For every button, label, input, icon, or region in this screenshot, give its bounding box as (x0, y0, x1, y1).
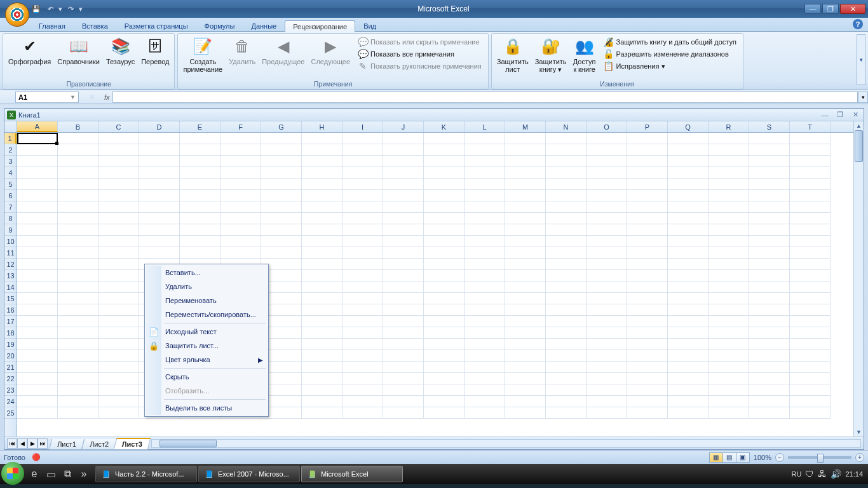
row-header-13[interactable]: 13 (4, 270, 17, 281)
row-header-19[interactable]: 19 (4, 339, 17, 350)
col-header-L[interactable]: L (465, 121, 505, 132)
research-button[interactable]: 📖Справочники (55, 35, 102, 67)
row-header-21[interactable]: 21 (4, 362, 17, 373)
row-header-9[interactable]: 9 (4, 224, 17, 236)
row-header-10[interactable]: 10 (4, 236, 17, 247)
col-header-S[interactable]: S (749, 121, 790, 132)
row-header-1[interactable]: 1 (4, 133, 17, 144)
hscroll-thumb[interactable] (159, 440, 217, 447)
col-header-I[interactable]: I (342, 121, 383, 132)
prev-comment-button[interactable]: ◀Предыдущее (259, 35, 307, 67)
cells-grid[interactable] (17, 133, 853, 419)
sheet-nav-first[interactable]: ⏮ (7, 438, 17, 449)
vertical-scrollbar[interactable]: ▲ ▼ (853, 121, 864, 437)
row-header-18[interactable]: 18 (4, 327, 17, 339)
formula-input[interactable] (112, 92, 858, 103)
save-icon[interactable]: 💾 (31, 3, 42, 15)
col-header-T[interactable]: T (790, 121, 831, 132)
row-header-7[interactable]: 7 (4, 201, 17, 213)
window-minimize-button[interactable]: — (804, 4, 821, 14)
col-header-M[interactable]: M (505, 121, 546, 132)
ql-switch-icon[interactable]: ⧉ (60, 466, 75, 482)
undo-icon[interactable]: ↶ (44, 3, 56, 15)
name-box[interactable]: A1▼ (15, 92, 79, 103)
show-all-comments-button[interactable]: 💬Показать все примечания (355, 48, 484, 60)
ql-desktop-icon[interactable]: ▭ (43, 466, 58, 482)
task-word-2[interactable]: 📘Excel 2007 - Microso... (198, 466, 300, 482)
zoom-out-button[interactable]: − (775, 453, 784, 462)
col-header-C[interactable]: C (98, 121, 139, 132)
thesaurus-button[interactable]: 📚Тезаурус (104, 35, 137, 67)
ctx-move-copy[interactable]: Переместить/скопировать... (146, 308, 267, 322)
tab-page-layout[interactable]: Разметка страницы (116, 20, 196, 31)
protect-workbook-button[interactable]: 🔐Защитить книгу ▾ (532, 35, 569, 74)
col-header-O[interactable]: O (587, 121, 627, 132)
row-header-2[interactable]: 2 (4, 144, 17, 156)
ctx-tab-color[interactable]: Цвет ярлычка▶ (146, 353, 267, 367)
sheet-nav-prev[interactable]: ◀ (17, 438, 27, 449)
col-header-J[interactable]: J (383, 121, 424, 132)
show-hide-comment-button[interactable]: 💬Показать или скрыть примечание (355, 36, 484, 48)
view-page-break-button[interactable]: ▣ (736, 452, 750, 463)
office-button[interactable] (5, 3, 29, 27)
row-header-22[interactable]: 22 (4, 373, 17, 384)
sheet-tab-1[interactable]: Лист1 (49, 439, 85, 450)
zoom-slider[interactable] (788, 456, 851, 459)
ctx-view-code[interactable]: 📄Исходный текст (146, 325, 267, 339)
col-header-R[interactable]: R (709, 121, 749, 132)
ctx-hide[interactable]: Скрыть (146, 370, 267, 384)
tray-clock[interactable]: 21:14 (845, 470, 863, 478)
row-header-25[interactable]: 25 (4, 407, 17, 419)
task-excel[interactable]: 📗Microsoft Excel (301, 466, 403, 482)
tab-review[interactable]: Рецензирование (285, 20, 355, 32)
start-button[interactable] (1, 462, 24, 485)
ribbon-collapse-button[interactable]: ▾ (857, 34, 865, 85)
tray-shield-icon[interactable]: 🛡 (805, 469, 814, 479)
window-close-button[interactable]: ✕ (840, 4, 865, 14)
col-header-D[interactable]: D (139, 121, 180, 132)
ql-chevron-icon[interactable]: » (76, 466, 92, 482)
tab-home[interactable]: Главная (31, 20, 74, 31)
row-header-6[interactable]: 6 (4, 190, 17, 201)
ctx-delete[interactable]: Удалить (146, 280, 267, 294)
col-header-K[interactable]: K (424, 121, 465, 132)
translate-button[interactable]: 🈂Перевод (139, 35, 172, 67)
sheet-tab-2[interactable]: Лист2 (81, 439, 118, 450)
row-header-15[interactable]: 15 (4, 293, 17, 304)
show-ink-button[interactable]: ✎Показать рукописные примечания (355, 60, 484, 72)
col-header-G[interactable]: G (261, 121, 302, 132)
row-header-14[interactable]: 14 (4, 281, 17, 293)
delete-comment-button[interactable]: 🗑Удалить (226, 35, 258, 67)
tray-network-icon[interactable]: 🖧 (818, 469, 827, 479)
row-header-16[interactable]: 16 (4, 304, 17, 316)
tab-insert[interactable]: Вставка (74, 20, 116, 31)
zoom-in-button[interactable]: + (855, 453, 864, 462)
col-header-N[interactable]: N (546, 121, 587, 132)
fx-icon[interactable]: fx (104, 93, 110, 101)
workbook-close-button[interactable]: ✕ (850, 111, 861, 119)
col-header-F[interactable]: F (220, 121, 261, 132)
workbook-minimize-button[interactable]: — (819, 111, 831, 119)
namebox-dropdown-icon[interactable]: ▼ (70, 94, 76, 100)
col-header-A[interactable]: A (17, 121, 58, 132)
allow-ranges-button[interactable]: 🔓Разрешить изменение диапазонов (601, 48, 739, 60)
row-header-3[interactable]: 3 (4, 156, 17, 167)
col-header-Q[interactable]: Q (668, 121, 709, 132)
new-comment-button[interactable]: 📝Создать примечание (180, 35, 225, 74)
horizontal-scrollbar[interactable] (151, 439, 861, 448)
redo-icon[interactable]: ↷ (65, 3, 76, 15)
tab-view[interactable]: Вид (355, 20, 384, 31)
share-workbook-button[interactable]: 👥Доступ к книге (571, 35, 599, 74)
row-header-5[interactable]: 5 (4, 179, 17, 190)
row-header-8[interactable]: 8 (4, 213, 17, 224)
macro-record-icon[interactable]: 🔴 (32, 453, 41, 461)
col-header-E[interactable]: E (180, 121, 220, 132)
row-header-20[interactable]: 20 (4, 350, 17, 362)
ctx-protect-sheet[interactable]: 🔒Защитить лист... (146, 339, 267, 353)
spelling-button[interactable]: ✔Орфография (6, 35, 53, 67)
ql-ie-icon[interactable]: e (27, 466, 42, 482)
help-icon[interactable]: ? (853, 19, 863, 29)
scroll-up-icon[interactable]: ▲ (854, 121, 864, 130)
tab-data[interactable]: Данные (243, 20, 285, 31)
sheet-tab-3[interactable]: Лист3 (114, 438, 151, 450)
